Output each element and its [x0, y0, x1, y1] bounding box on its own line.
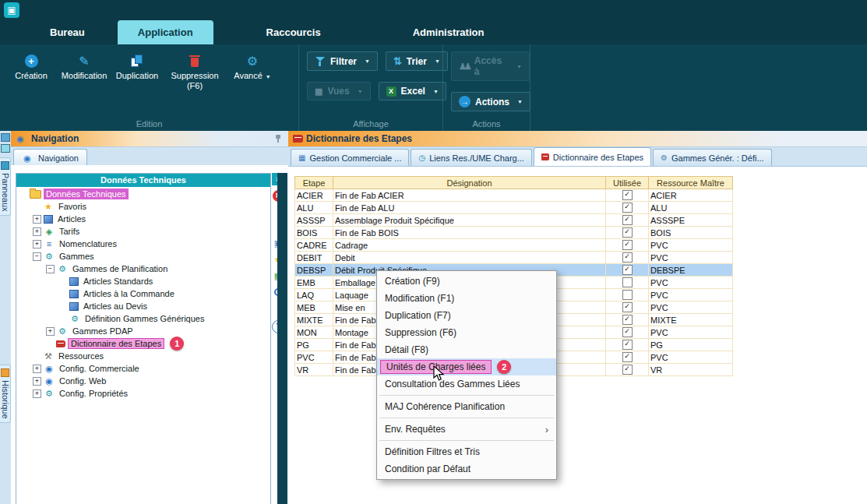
context-menu-item[interactable]: Suppression (F6): [377, 324, 556, 341]
tree-item[interactable]: Articles au Devis: [16, 300, 270, 312]
pin-icon[interactable]: [274, 134, 282, 143]
context-menu-item[interactable]: Duplication (F7): [377, 307, 556, 324]
context-menu-item[interactable]: MAJ Cohérence Planification: [377, 398, 556, 415]
table-row[interactable]: CADRECadrage✓PVC: [295, 239, 733, 252]
tree-expander-icon[interactable]: +: [33, 389, 41, 398]
table-row[interactable]: ASSSPAssemblage Produit Spécifique✓ASSSP…: [295, 214, 733, 227]
tree-item[interactable]: −⚙Gammes: [16, 250, 270, 263]
tree-item[interactable]: +≡Nomenclatures: [16, 238, 270, 250]
utilisee-cell: ✓: [606, 202, 649, 214]
menu-tab-bureau[interactable]: Bureau: [30, 20, 105, 44]
context-menu-item[interactable]: Détail (F8): [377, 341, 556, 358]
tree-expander-icon[interactable]: +: [33, 215, 41, 224]
checkbox-icon[interactable]: ✓: [622, 340, 633, 350]
menu-tab-raccourcis[interactable]: Raccourcis: [246, 20, 341, 44]
table-row[interactable]: BOISFin de Fab BOIS✓BOIS: [295, 227, 733, 239]
tree-item[interactable]: −⚙Gammes de Planification: [16, 263, 270, 275]
tree-item[interactable]: +Articles: [16, 213, 270, 225]
checkbox-icon[interactable]: ✓: [622, 315, 633, 325]
tab-navigation[interactable]: ◉ Navigation: [13, 149, 87, 166]
menu-separator: [379, 418, 554, 418]
duplication-button[interactable]: Duplication: [111, 51, 164, 91]
table-row[interactable]: ACIERFin de Fab ACIER✓ACIER: [295, 189, 733, 202]
tree-item[interactable]: ★Favoris: [16, 200, 270, 213]
context-menu-item[interactable]: Définition Filtres et Tris: [377, 443, 556, 460]
tree-item[interactable]: +⚙Gammes PDAP: [16, 325, 270, 337]
tree-expander-icon[interactable]: −: [33, 252, 41, 261]
tree-item[interactable]: +⚙Config. Propriétés: [16, 387, 270, 400]
acces-a-button[interactable]: ♟♟ Accès à ▼: [451, 51, 530, 81]
dropdown-caret-icon: ▼: [433, 89, 439, 94]
checkbox-icon[interactable]: ✓: [622, 203, 633, 213]
checkbox-icon[interactable]: [622, 277, 633, 287]
actions-button[interactable]: → Actions ▼: [451, 92, 530, 111]
menu-tab-administration[interactable]: Administration: [393, 20, 505, 44]
trier-button[interactable]: ⇅ Trier ▼: [386, 51, 448, 71]
document-tab[interactable]: ⚙Gammes Génér. : Défi...: [653, 149, 772, 166]
tree-item[interactable]: Articles à la Commande: [16, 287, 270, 300]
suppression-button[interactable]: Suppression (F6): [164, 51, 226, 91]
table-row[interactable]: DEBITDebit✓PVC: [295, 252, 733, 264]
context-menu-item[interactable]: Condition par Défaut: [377, 460, 556, 478]
filtrer-button[interactable]: Filtrer ▼: [307, 51, 378, 71]
document-tab[interactable]: Dictionnaire des Etapes: [534, 147, 651, 166]
tree-item[interactable]: Articles Standards: [16, 275, 270, 287]
column-header[interactable]: Etape: [295, 177, 333, 189]
tree-expander-icon[interactable]: +: [33, 227, 41, 236]
tree-expander-icon[interactable]: +: [33, 240, 41, 248]
edition-buttons: + Création ✎ Modification Duplication Su…: [0, 44, 298, 91]
star-icon: ★: [43, 202, 54, 211]
context-menu-item[interactable]: Création (F9): [377, 273, 556, 290]
checkbox-icon[interactable]: ✓: [622, 190, 633, 200]
table-row[interactable]: ALUFin de Fab ALU✓ALU: [295, 202, 733, 214]
checkbox-icon[interactable]: ✓: [622, 327, 633, 337]
checkbox-icon[interactable]: ✓: [622, 240, 633, 250]
tree-item[interactable]: ⚒Ressources: [16, 350, 270, 362]
document-tab[interactable]: ◷Liens Res./UME Charg...: [411, 149, 531, 166]
column-header[interactable]: Utilisée: [606, 177, 649, 189]
etape-cell: PVC: [295, 351, 333, 364]
column-header[interactable]: Désignation: [333, 177, 606, 189]
tree-expander-icon[interactable]: +: [33, 365, 41, 373]
tree-expander-icon[interactable]: −: [46, 265, 55, 273]
utilisee-cell: ✓: [606, 314, 649, 326]
tree-item[interactable]: Dictionnaire des Etapes1: [16, 337, 270, 350]
tree-item[interactable]: +◉Config. Web: [16, 375, 270, 387]
checkbox-icon[interactable]: ✓: [622, 252, 633, 263]
column-header[interactable]: Ressource Maître: [649, 177, 733, 189]
tree-expander-icon[interactable]: +: [46, 327, 55, 336]
tree-item[interactable]: ⚙Définition Gammes Génériques: [16, 312, 270, 325]
panel-splitter[interactable]: [277, 173, 287, 504]
tree-item[interactable]: +◈Tarifs: [16, 225, 270, 238]
checkbox-icon[interactable]: ✓: [622, 215, 633, 225]
group-label-edition: Edition: [0, 119, 298, 129]
tree-item[interactable]: Données Techniques: [16, 188, 270, 200]
checkbox-icon[interactable]: ✓: [622, 365, 633, 375]
tools-icon: ⚒: [43, 351, 54, 361]
panel-toggle-icon[interactable]: [1, 133, 10, 142]
excel-button[interactable]: X Excel ▼: [379, 82, 446, 100]
side-tab-historique[interactable]: Historique: [0, 365, 11, 423]
avance-button[interactable]: ⚙ Avancé▼: [226, 51, 279, 91]
document-tab[interactable]: ▦Gestion Commerciale ...: [291, 149, 409, 166]
panel-toggle-icon[interactable]: [1, 144, 10, 153]
app-logo-icon[interactable]: ▣: [4, 2, 19, 18]
menu-tab-application[interactable]: Application: [118, 20, 213, 44]
context-menu-item[interactable]: Consultation des Gammes Liées: [377, 375, 556, 393]
tree-item[interactable]: +◉Config. Commerciale: [16, 362, 270, 375]
modification-button[interactable]: ✎ Modification: [58, 51, 111, 91]
creation-button[interactable]: + Création: [5, 51, 58, 91]
checkbox-icon[interactable]: ✓: [622, 352, 633, 362]
context-menu-item[interactable]: Unités de Charges liées2: [377, 358, 556, 375]
tree-expander-icon[interactable]: +: [33, 377, 41, 386]
trash-icon: [189, 51, 200, 71]
context-menu-item[interactable]: Modification (F1): [377, 290, 556, 307]
checkbox-icon[interactable]: ✓: [622, 302, 633, 312]
vues-button[interactable]: ▦ Vues ▼: [307, 82, 371, 100]
checkbox-icon[interactable]: ✓: [622, 227, 633, 238]
side-tab-panneaux[interactable]: Panneaux: [0, 157, 11, 216]
dropdown-caret-icon: ▼: [517, 99, 523, 104]
checkbox-icon[interactable]: ✓: [622, 265, 633, 275]
checkbox-icon[interactable]: [622, 290, 633, 300]
context-menu-item[interactable]: Env. Requêtes›: [377, 421, 556, 438]
